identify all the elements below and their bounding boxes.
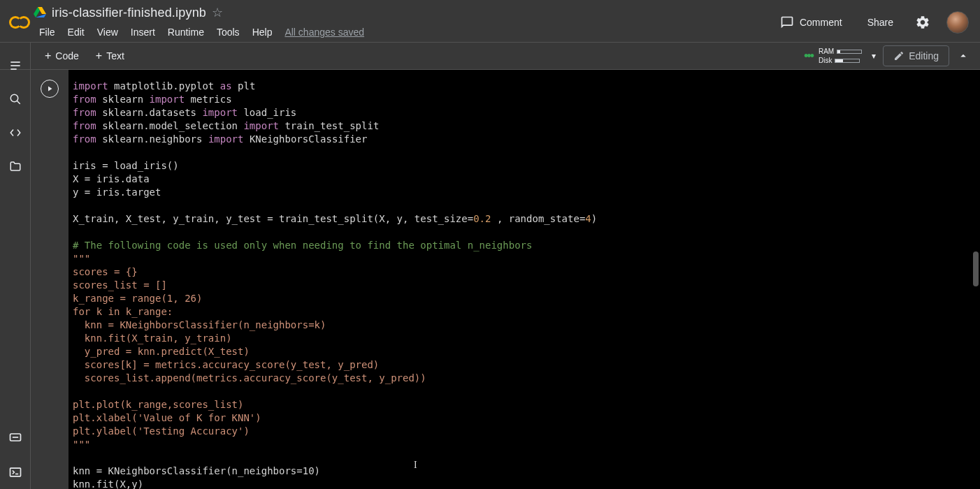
search-icon[interactable] <box>8 92 22 106</box>
comment-label: Comment <box>800 17 842 28</box>
add-code-button[interactable]: + Code <box>36 47 87 65</box>
disk-label: Disk <box>819 57 832 64</box>
toc-icon[interactable] <box>8 59 22 73</box>
menu-edit[interactable]: Edit <box>62 24 90 41</box>
ram-label: RAM <box>819 48 834 55</box>
scrollbar-thumb[interactable] <box>973 251 979 286</box>
settings-button[interactable] <box>910 10 935 35</box>
toolbar: + Code + Text ••• RAM Disk ▾ Editing <box>0 42 980 70</box>
star-icon[interactable]: ☆ <box>212 5 223 20</box>
connection-status-icon[interactable]: ••• <box>804 49 813 64</box>
gear-icon <box>915 15 930 30</box>
disk-bar <box>835 59 860 63</box>
code-editor[interactable]: import matplotlib.pyplot as plt from skl… <box>69 70 980 489</box>
colab-logo[interactable] <box>6 3 34 42</box>
text-cursor-icon: I <box>414 458 417 472</box>
left-sidebar <box>0 42 31 489</box>
run-cell-button[interactable] <box>41 80 59 98</box>
collapse-button[interactable] <box>952 45 974 67</box>
cell-gutter <box>31 70 69 489</box>
plus-icon: + <box>45 50 51 62</box>
share-button[interactable]: Share <box>859 13 902 32</box>
resource-dropdown-icon[interactable]: ▾ <box>867 51 880 61</box>
code-cell[interactable]: import matplotlib.pyplot as plt from skl… <box>31 70 980 489</box>
user-avatar[interactable] <box>946 11 969 34</box>
ram-bar <box>837 50 862 54</box>
save-status: All changes saved <box>279 24 370 41</box>
menu-help[interactable]: Help <box>247 24 278 41</box>
notebook-area: import matplotlib.pyplot as plt from skl… <box>31 70 980 489</box>
chevron-up-icon <box>957 50 970 62</box>
menu-view[interactable]: View <box>92 24 124 41</box>
command-palette-icon[interactable] <box>8 430 22 444</box>
pencil-icon <box>893 50 905 61</box>
menu-insert[interactable]: Insert <box>125 24 161 41</box>
comment-button[interactable]: Comment <box>772 11 851 34</box>
menu-runtime[interactable]: Runtime <box>162 24 210 41</box>
menu-file[interactable]: File <box>34 24 61 41</box>
files-icon[interactable] <box>8 159 22 173</box>
plus-icon: + <box>96 50 102 62</box>
svg-line-7 <box>17 101 20 104</box>
notebook-title[interactable]: iris-classifier-finished.ipynb <box>52 6 206 20</box>
svg-rect-10 <box>10 468 20 476</box>
svg-point-6 <box>10 94 18 102</box>
editing-mode-button[interactable]: Editing <box>883 45 949 66</box>
header: iris-classifier-finished.ipynb ☆ File Ed… <box>0 0 980 42</box>
play-icon <box>45 85 54 93</box>
drive-icon <box>34 7 46 18</box>
terminal-icon[interactable] <box>8 465 22 479</box>
menu-tools[interactable]: Tools <box>211 24 245 41</box>
add-text-button[interactable]: + Text <box>87 47 133 65</box>
comment-icon <box>780 15 794 29</box>
resource-meter[interactable]: RAM Disk <box>819 48 862 64</box>
snippets-icon[interactable] <box>8 126 22 140</box>
